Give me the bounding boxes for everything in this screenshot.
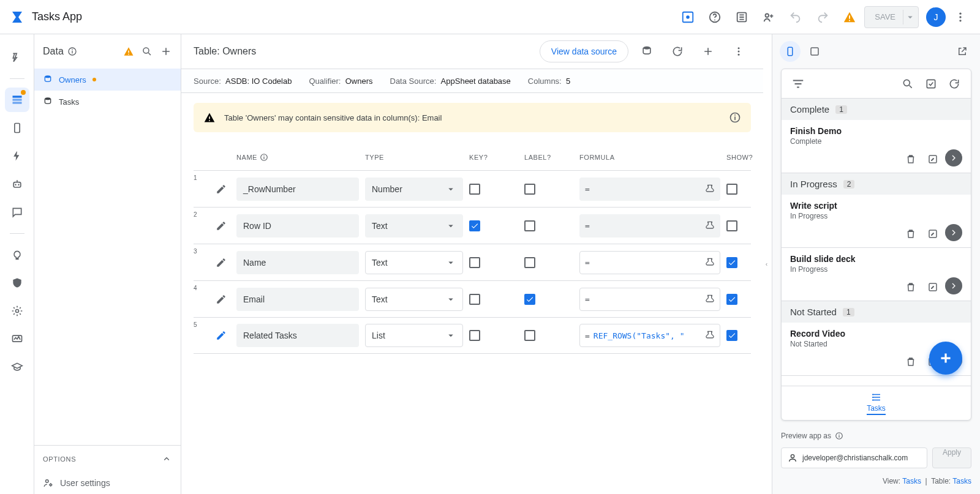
checkbox[interactable] — [469, 257, 480, 268]
column-name-field[interactable]: Name — [236, 251, 359, 274]
edit-column-icon[interactable] — [212, 220, 230, 231]
column-type-select[interactable]: Number — [365, 178, 463, 201]
beaker-icon[interactable] — [705, 258, 715, 268]
rail-chat-icon[interactable] — [5, 200, 29, 225]
apply-button[interactable]: Apply — [932, 447, 971, 468]
edit-icon[interactable] — [923, 277, 943, 297]
versions-icon[interactable] — [729, 5, 754, 29]
column-name-field[interactable]: Related Tasks — [236, 324, 359, 347]
checkbox[interactable] — [726, 220, 737, 231]
checkbox[interactable] — [726, 257, 737, 268]
beaker-icon[interactable] — [705, 221, 715, 231]
column-type-select[interactable]: Text — [365, 251, 463, 274]
task-item[interactable]: Build slide deckIn Progress — [782, 248, 971, 301]
rail-bot-icon[interactable] — [5, 172, 29, 196]
edit-column-icon[interactable] — [212, 184, 230, 195]
edit-column-icon[interactable] — [212, 330, 230, 341]
table-list-item[interactable]: Tasks — [34, 91, 181, 113]
rail-home-icon[interactable] — [5, 45, 29, 70]
checkbox[interactable] — [469, 294, 480, 305]
rail-learn-icon[interactable] — [5, 355, 29, 380]
formula-field[interactable]: = — [579, 214, 720, 238]
preview-email-input[interactable]: jdeveloper@christianschalk.com — [781, 447, 927, 468]
ai-toolbox-icon[interactable] — [676, 5, 700, 29]
options-row[interactable]: OPTIONS — [34, 445, 181, 472]
checkbox[interactable] — [726, 330, 737, 341]
view-data-source-button[interactable]: View data source — [540, 40, 628, 62]
panel-warning-icon[interactable] — [123, 46, 134, 57]
refresh-icon[interactable] — [665, 39, 690, 64]
resize-handle[interactable] — [763, 34, 772, 494]
add-icon[interactable] — [160, 45, 172, 58]
formula-field[interactable]: = — [579, 178, 720, 201]
formula-field[interactable]: =REF_ROWS("Tasks", " — [579, 324, 720, 347]
help-icon[interactable] — [703, 5, 727, 29]
fab-add-button[interactable] — [929, 342, 962, 375]
table-list-item[interactable]: Owners — [34, 69, 181, 91]
save-button[interactable]: SAVE — [864, 6, 919, 28]
delete-icon[interactable] — [901, 149, 921, 169]
beaker-icon[interactable] — [705, 294, 715, 304]
checkbox[interactable] — [524, 257, 535, 268]
preview-as-info-icon[interactable] — [835, 432, 843, 440]
warning-icon[interactable] — [837, 5, 862, 29]
delete-icon[interactable] — [901, 352, 921, 372]
checkbox[interactable] — [524, 184, 535, 195]
edit-icon[interactable] — [923, 149, 943, 169]
share-icon[interactable] — [756, 5, 781, 29]
open-icon[interactable] — [945, 277, 962, 294]
rail-security-icon[interactable] — [5, 271, 29, 295]
bottom-tab-tasks[interactable]: Tasks — [867, 392, 886, 415]
group-header[interactable]: In Progress2 — [782, 173, 971, 195]
rail-automation-icon[interactable] — [5, 144, 29, 168]
table-settings-icon[interactable] — [635, 39, 659, 64]
formula-field[interactable]: = — [579, 251, 720, 274]
checkbox[interactable] — [469, 330, 480, 341]
open-icon[interactable] — [945, 149, 962, 167]
user-settings-row[interactable]: User settings — [34, 472, 181, 494]
banner-info-icon[interactable] — [729, 111, 741, 124]
checkbox[interactable] — [726, 184, 737, 195]
group-header[interactable]: Not Started1 — [782, 301, 971, 323]
checkbox[interactable] — [469, 184, 480, 195]
beaker-icon[interactable] — [705, 184, 715, 194]
rail-monitor-icon[interactable] — [5, 327, 29, 351]
info-icon[interactable] — [67, 47, 77, 56]
task-item[interactable]: Write scriptIn Progress — [782, 195, 971, 248]
user-avatar[interactable]: J — [926, 7, 946, 27]
task-item[interactable]: Finish DemoComplete — [782, 120, 971, 173]
checkbox[interactable] — [524, 330, 535, 341]
column-type-select[interactable]: Text — [365, 214, 463, 238]
edit-column-icon[interactable] — [212, 294, 230, 305]
table-more-icon[interactable] — [726, 39, 751, 64]
column-name-field[interactable]: Row ID — [236, 214, 359, 238]
sort-icon[interactable] — [788, 73, 809, 94]
checkbox[interactable] — [469, 220, 480, 231]
sync-icon[interactable] — [944, 73, 965, 94]
column-name-field[interactable]: _RowNumber — [236, 178, 359, 201]
app-search-icon[interactable] — [897, 73, 918, 94]
checkbox[interactable] — [726, 294, 737, 305]
column-type-select[interactable]: List — [365, 324, 463, 347]
edit-icon[interactable] — [923, 224, 943, 244]
footer-table-link[interactable]: Tasks — [952, 477, 971, 485]
footer-view-link[interactable]: Tasks — [902, 477, 921, 485]
rail-intelligence-icon[interactable] — [5, 242, 29, 267]
save-dropdown-icon[interactable] — [905, 12, 916, 23]
checkbox[interactable] — [524, 294, 535, 305]
column-type-select[interactable]: Text — [365, 288, 463, 311]
select-icon[interactable] — [921, 73, 941, 94]
undo-icon[interactable] — [783, 5, 808, 29]
rail-settings-icon[interactable] — [5, 299, 29, 323]
edit-column-icon[interactable] — [212, 257, 230, 268]
formula-field[interactable]: = — [579, 288, 720, 311]
checkbox[interactable] — [524, 220, 535, 231]
add-column-icon[interactable] — [696, 39, 720, 64]
redo-icon[interactable] — [810, 5, 835, 29]
device-mobile-icon[interactable] — [780, 41, 801, 62]
more-icon[interactable] — [948, 5, 973, 29]
group-header[interactable]: Complete1 — [782, 99, 971, 120]
column-name-field[interactable]: Email — [236, 288, 359, 311]
delete-icon[interactable] — [901, 277, 921, 297]
device-tablet-icon[interactable] — [804, 41, 825, 62]
